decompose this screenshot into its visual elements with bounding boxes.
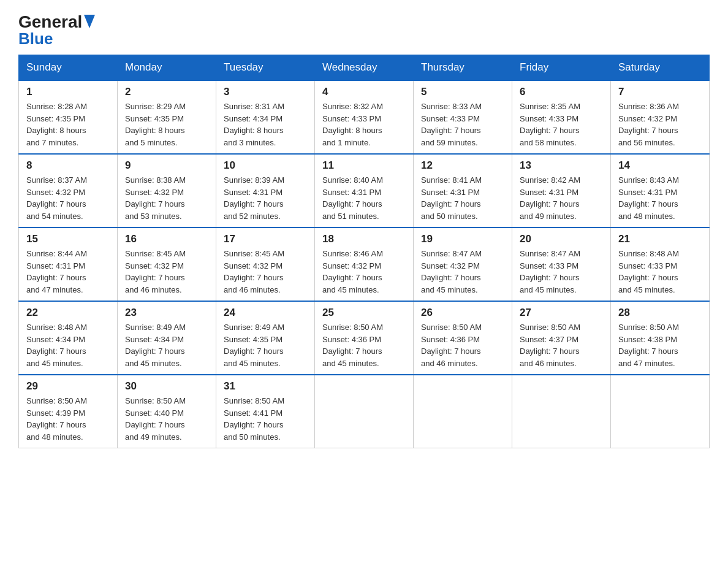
- calendar-cell: 23Sunrise: 8:49 AMSunset: 4:34 PMDayligh…: [118, 301, 216, 375]
- calendar-cell: 26Sunrise: 8:50 AMSunset: 4:36 PMDayligh…: [414, 301, 512, 375]
- day-number: 7: [618, 86, 702, 98]
- day-info: Sunrise: 8:45 AMSunset: 4:32 PMDaylight:…: [224, 248, 307, 296]
- calendar-cell: 16Sunrise: 8:45 AMSunset: 4:32 PMDayligh…: [118, 228, 216, 301]
- calendar-cell: 29Sunrise: 8:50 AMSunset: 4:39 PMDayligh…: [19, 375, 118, 448]
- day-number: 31: [224, 380, 307, 393]
- weekday-header-thursday: Thursday: [414, 55, 512, 81]
- calendar-cell: 13Sunrise: 8:42 AMSunset: 4:31 PMDayligh…: [512, 154, 611, 228]
- page-header: General Blue: [18, 12, 710, 48]
- calendar-cell: 30Sunrise: 8:50 AMSunset: 4:40 PMDayligh…: [118, 375, 216, 448]
- calendar-cell: 9Sunrise: 8:38 AMSunset: 4:32 PMDaylight…: [118, 154, 216, 228]
- calendar-cell: [315, 375, 414, 448]
- calendar-cell: 7Sunrise: 8:36 AMSunset: 4:32 PMDaylight…: [611, 80, 710, 154]
- calendar-cell: 10Sunrise: 8:39 AMSunset: 4:31 PMDayligh…: [216, 154, 315, 228]
- day-number: 25: [322, 307, 406, 319]
- day-info: Sunrise: 8:47 AMSunset: 4:32 PMDaylight:…: [421, 248, 504, 296]
- calendar-cell: 19Sunrise: 8:47 AMSunset: 4:32 PMDayligh…: [414, 228, 512, 301]
- day-info: Sunrise: 8:48 AMSunset: 4:33 PMDaylight:…: [618, 248, 702, 296]
- calendar-cell: 12Sunrise: 8:41 AMSunset: 4:31 PMDayligh…: [414, 154, 512, 228]
- day-number: 17: [224, 233, 307, 245]
- day-number: 24: [224, 307, 307, 319]
- calendar-cell: 31Sunrise: 8:50 AMSunset: 4:41 PMDayligh…: [216, 375, 315, 448]
- day-number: 14: [618, 159, 702, 172]
- week-row-1: 1Sunrise: 8:28 AMSunset: 4:35 PMDaylight…: [19, 80, 710, 154]
- day-number: 10: [224, 159, 307, 172]
- calendar-cell: 24Sunrise: 8:49 AMSunset: 4:35 PMDayligh…: [216, 301, 315, 375]
- day-info: Sunrise: 8:43 AMSunset: 4:31 PMDaylight:…: [618, 174, 702, 222]
- day-number: 26: [421, 307, 504, 319]
- week-row-3: 15Sunrise: 8:44 AMSunset: 4:31 PMDayligh…: [19, 228, 710, 301]
- day-info: Sunrise: 8:45 AMSunset: 4:32 PMDaylight:…: [125, 248, 208, 296]
- calendar-cell: 20Sunrise: 8:47 AMSunset: 4:33 PMDayligh…: [512, 228, 611, 301]
- day-info: Sunrise: 8:48 AMSunset: 4:34 PMDaylight:…: [26, 321, 110, 369]
- weekday-header-tuesday: Tuesday: [216, 55, 315, 81]
- week-row-2: 8Sunrise: 8:37 AMSunset: 4:32 PMDaylight…: [19, 154, 710, 228]
- day-info: Sunrise: 8:47 AMSunset: 4:33 PMDaylight:…: [520, 248, 603, 296]
- calendar-cell: 25Sunrise: 8:50 AMSunset: 4:36 PMDayligh…: [315, 301, 414, 375]
- calendar-cell: 27Sunrise: 8:50 AMSunset: 4:37 PMDayligh…: [512, 301, 611, 375]
- weekday-header-saturday: Saturday: [611, 55, 710, 81]
- day-number: 29: [26, 380, 110, 393]
- week-row-5: 29Sunrise: 8:50 AMSunset: 4:39 PMDayligh…: [19, 375, 710, 448]
- day-info: Sunrise: 8:37 AMSunset: 4:32 PMDaylight:…: [26, 174, 110, 222]
- day-number: 21: [618, 233, 702, 245]
- day-info: Sunrise: 8:29 AMSunset: 4:35 PMDaylight:…: [125, 101, 208, 148]
- calendar-cell: 11Sunrise: 8:40 AMSunset: 4:31 PMDayligh…: [315, 154, 414, 228]
- day-number: 8: [26, 159, 110, 172]
- day-number: 30: [125, 380, 208, 393]
- day-info: Sunrise: 8:49 AMSunset: 4:34 PMDaylight:…: [125, 321, 208, 369]
- calendar-cell: 17Sunrise: 8:45 AMSunset: 4:32 PMDayligh…: [216, 228, 315, 301]
- weekday-header-wednesday: Wednesday: [315, 55, 414, 81]
- weekday-header-row: SundayMondayTuesdayWednesdayThursdayFrid…: [19, 55, 710, 81]
- calendar-cell: 28Sunrise: 8:50 AMSunset: 4:38 PMDayligh…: [611, 301, 710, 375]
- day-number: 18: [322, 233, 406, 245]
- calendar-cell: 18Sunrise: 8:46 AMSunset: 4:32 PMDayligh…: [315, 228, 414, 301]
- calendar-cell: 15Sunrise: 8:44 AMSunset: 4:31 PMDayligh…: [19, 228, 118, 301]
- week-row-4: 22Sunrise: 8:48 AMSunset: 4:34 PMDayligh…: [19, 301, 710, 375]
- day-number: 19: [421, 233, 504, 245]
- day-number: 5: [421, 86, 504, 98]
- day-number: 1: [26, 86, 110, 98]
- day-info: Sunrise: 8:50 AMSunset: 4:41 PMDaylight:…: [224, 395, 307, 443]
- calendar-cell: 2Sunrise: 8:29 AMSunset: 4:35 PMDaylight…: [118, 80, 216, 154]
- day-number: 22: [26, 307, 110, 319]
- day-number: 13: [520, 159, 603, 172]
- calendar-cell: [414, 375, 512, 448]
- day-number: 2: [125, 86, 208, 98]
- calendar-table: SundayMondayTuesdayWednesdayThursdayFrid…: [18, 55, 710, 448]
- day-info: Sunrise: 8:39 AMSunset: 4:31 PMDaylight:…: [224, 174, 307, 222]
- day-number: 16: [125, 233, 208, 245]
- day-number: 15: [26, 233, 110, 245]
- day-info: Sunrise: 8:28 AMSunset: 4:35 PMDaylight:…: [26, 101, 110, 148]
- day-number: 6: [520, 86, 603, 98]
- day-info: Sunrise: 8:32 AMSunset: 4:33 PMDaylight:…: [322, 101, 406, 148]
- day-info: Sunrise: 8:38 AMSunset: 4:32 PMDaylight:…: [125, 174, 208, 222]
- calendar-cell: 1Sunrise: 8:28 AMSunset: 4:35 PMDaylight…: [19, 80, 118, 154]
- day-info: Sunrise: 8:36 AMSunset: 4:32 PMDaylight:…: [618, 101, 702, 148]
- calendar-cell: 4Sunrise: 8:32 AMSunset: 4:33 PMDaylight…: [315, 80, 414, 154]
- day-number: 12: [421, 159, 504, 172]
- calendar-cell: 22Sunrise: 8:48 AMSunset: 4:34 PMDayligh…: [19, 301, 118, 375]
- day-number: 3: [224, 86, 307, 98]
- weekday-header-sunday: Sunday: [19, 55, 118, 81]
- day-number: 4: [322, 86, 406, 98]
- day-info: Sunrise: 8:50 AMSunset: 4:38 PMDaylight:…: [618, 321, 702, 369]
- logo-arrow-icon: [84, 15, 95, 31]
- day-info: Sunrise: 8:31 AMSunset: 4:34 PMDaylight:…: [224, 101, 307, 148]
- day-number: 11: [322, 159, 406, 172]
- day-info: Sunrise: 8:41 AMSunset: 4:31 PMDaylight:…: [421, 174, 504, 222]
- day-info: Sunrise: 8:50 AMSunset: 4:37 PMDaylight:…: [520, 321, 603, 369]
- day-info: Sunrise: 8:50 AMSunset: 4:36 PMDaylight:…: [421, 321, 504, 369]
- day-info: Sunrise: 8:49 AMSunset: 4:35 PMDaylight:…: [224, 321, 307, 369]
- calendar-cell: 5Sunrise: 8:33 AMSunset: 4:33 PMDaylight…: [414, 80, 512, 154]
- logo-blue-text: Blue: [18, 29, 53, 48]
- day-info: Sunrise: 8:40 AMSunset: 4:31 PMDaylight:…: [322, 174, 406, 222]
- day-info: Sunrise: 8:33 AMSunset: 4:33 PMDaylight:…: [421, 101, 504, 148]
- day-info: Sunrise: 8:46 AMSunset: 4:32 PMDaylight:…: [322, 248, 406, 296]
- calendar-cell: 21Sunrise: 8:48 AMSunset: 4:33 PMDayligh…: [611, 228, 710, 301]
- day-info: Sunrise: 8:44 AMSunset: 4:31 PMDaylight:…: [26, 248, 110, 296]
- calendar-cell: 14Sunrise: 8:43 AMSunset: 4:31 PMDayligh…: [611, 154, 710, 228]
- day-number: 28: [618, 307, 702, 319]
- calendar-cell: 3Sunrise: 8:31 AMSunset: 4:34 PMDaylight…: [216, 80, 315, 154]
- day-number: 9: [125, 159, 208, 172]
